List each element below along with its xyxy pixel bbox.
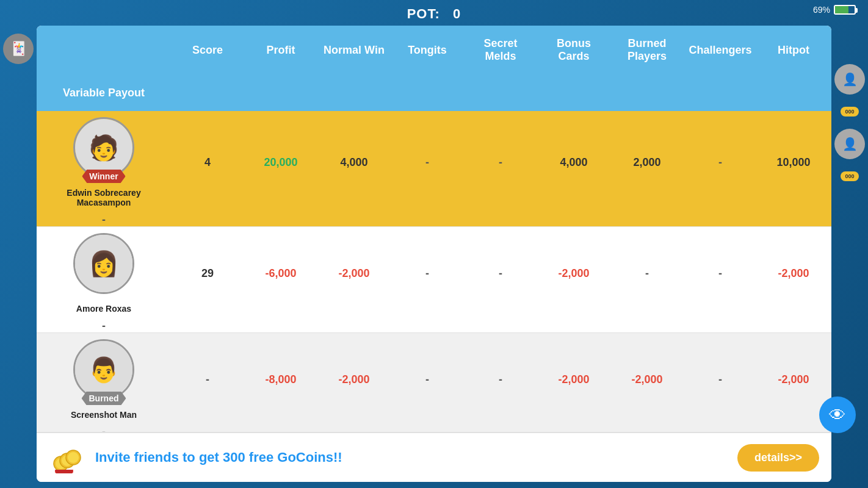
- score-burned: -: [171, 373, 244, 386]
- player-cell-winner: 🧑 Winner Edwin Sobrecarey Macasampon: [37, 111, 171, 214]
- challengers-burned: -: [684, 373, 757, 386]
- table-header: Score Profit Normal Win Tongits Secret M…: [37, 26, 831, 111]
- table-row: 👨 Burned Screenshot Man - -8,000 -2,000 …: [37, 333, 831, 432]
- table-row: 🧑 Winner Edwin Sobrecarey Macasampon 4 2…: [37, 111, 831, 227]
- bottom-banner: Invite friends to get 300 free GoCoins!!…: [37, 432, 831, 482]
- header-normal-win: Normal Win: [317, 38, 391, 63]
- header-challengers: Challengers: [684, 38, 757, 63]
- burned-players-burned: -2,000: [610, 373, 684, 386]
- header-secret-melds: Secret Melds: [464, 31, 537, 70]
- avatar-amore: 👩: [73, 233, 134, 294]
- variable-payout-burned: -: [37, 426, 171, 432]
- avatar-winner: 🧑: [73, 117, 134, 178]
- burned-badge: Burned: [82, 392, 126, 405]
- svg-marker-7: [55, 470, 73, 473]
- header-hitpot: Hitpot: [757, 38, 830, 63]
- main-panel: Score Profit Normal Win Tongits Secret M…: [37, 26, 831, 482]
- svg-point-5: [68, 452, 79, 463]
- pot-label: POT: 0: [407, 6, 461, 22]
- header-profit: Profit: [244, 38, 317, 63]
- burned-players-amore: -: [610, 267, 684, 280]
- avatar-container-burned: 👨 Burned: [73, 339, 134, 400]
- normal-win-burned: -2,000: [317, 373, 391, 386]
- profit-burned: -8,000: [244, 373, 317, 386]
- normal-win-amore: -2,000: [317, 267, 391, 280]
- player-name-winner: Edwin Sobrecarey Macasampon: [43, 188, 165, 207]
- variable-payout-winner: -: [37, 214, 171, 226]
- challengers-amore: -: [684, 267, 757, 280]
- avatar-container-amore: 👩: [73, 233, 134, 294]
- battery-area: 69%: [813, 5, 856, 15]
- header-variable-payout: Variable Payout: [37, 81, 171, 106]
- burned-players-winner: 2,000: [610, 156, 684, 169]
- score-winner: 4: [171, 156, 244, 169]
- battery-fill: [835, 6, 848, 13]
- header-bonus-cards: Bonus Cards: [537, 31, 610, 70]
- banner-text: Invite friends to get 300 free GoCoins!!: [95, 450, 728, 465]
- tongits-amore: -: [391, 267, 464, 280]
- secret-melds-burned: -: [464, 373, 537, 386]
- winner-badge: Winner: [82, 170, 125, 183]
- header-tongits: Tongits: [391, 38, 464, 63]
- header-player: [37, 44, 171, 56]
- side-avatar-1: 👤: [834, 64, 865, 95]
- player-name-amore: Amore Roxas: [76, 304, 131, 314]
- header-burned-players: Burned Players: [610, 31, 684, 70]
- eye-icon: 👁: [829, 405, 846, 425]
- battery-icon: [834, 5, 856, 15]
- profit-amore: -6,000: [244, 267, 317, 280]
- avatar-burned: 👨: [73, 339, 134, 400]
- avatar-container-winner: 🧑 Winner: [73, 117, 134, 178]
- score-amore: 29: [171, 267, 244, 280]
- game-icon: 🃏: [3, 34, 34, 64]
- tongits-burned: -: [391, 373, 464, 386]
- left-panel: 🃏: [0, 27, 37, 482]
- table-row: 👩 Amore Roxas 29 -6,000 -2,000 - - -2,00…: [37, 227, 831, 333]
- challengers-winner: -: [684, 156, 757, 169]
- player-cell-amore: 👩 Amore Roxas: [37, 227, 171, 320]
- player-cell-burned: 👨 Burned Screenshot Man: [37, 333, 171, 426]
- bonus-cards-amore: -2,000: [537, 267, 610, 280]
- bonus-cards-burned: -2,000: [537, 373, 610, 386]
- details-button[interactable]: details>>: [737, 444, 819, 472]
- secret-melds-amore: -: [464, 267, 537, 280]
- eye-button[interactable]: 👁: [819, 396, 856, 433]
- header-score: Score: [171, 38, 244, 63]
- profit-winner: 20,000: [244, 156, 317, 169]
- player-name-burned: Screenshot Man: [71, 410, 137, 420]
- side-coin-1: 000: [841, 107, 859, 117]
- variable-payout-amore: -: [37, 320, 171, 332]
- hitpot-winner: 10,000: [757, 156, 830, 169]
- secret-melds-winner: -: [464, 156, 537, 169]
- table-body: 🧑 Winner Edwin Sobrecarey Macasampon 4 2…: [37, 111, 831, 432]
- hitpot-amore: -2,000: [757, 267, 830, 280]
- normal-win-winner: 4,000: [317, 156, 391, 169]
- hitpot-burned: -2,000: [757, 373, 830, 386]
- bonus-cards-winner: 4,000: [537, 156, 610, 169]
- tongits-winner: -: [391, 156, 464, 169]
- coins-icon: [49, 439, 85, 476]
- pot-bar: POT: 0: [0, 0, 868, 27]
- side-coin-2: 000: [841, 171, 859, 181]
- battery-percentage: 69%: [813, 5, 830, 15]
- side-avatar-2: 👤: [834, 129, 865, 159]
